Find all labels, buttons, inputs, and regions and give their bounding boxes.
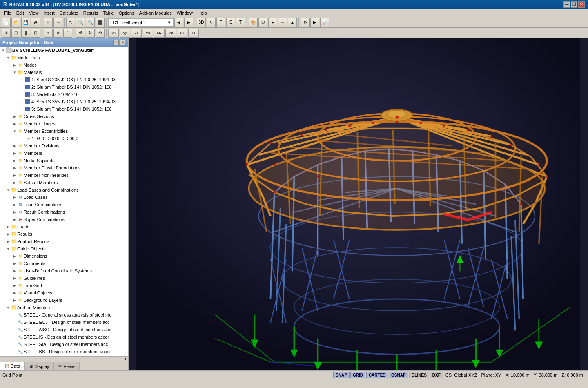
tree-item-cross-sections[interactable]: ▶ 📁 Cross-Sections <box>0 113 128 120</box>
tree-item-steel-ec3[interactable]: 🔧 STEEL EC3 - Design of steel members ac… <box>0 319 128 326</box>
close-button[interactable]: ✕ <box>578 1 585 8</box>
tb-calc[interactable]: ▶ <box>310 18 319 27</box>
expand-guidelines[interactable]: ▶ <box>12 276 17 281</box>
tree-item-super-combinations[interactable]: ▶ ▶ Super Combinations <box>0 216 128 223</box>
expand-results[interactable]: ▶ <box>6 232 11 236</box>
menu-view[interactable]: View <box>27 10 41 16</box>
tb-undo[interactable]: ↩ <box>44 18 53 27</box>
tb2-7[interactable]: ⊙ <box>63 29 72 38</box>
expand-super-combinations[interactable]: ▶ <box>12 217 17 222</box>
tab-display[interactable]: 🖥 Display <box>24 362 53 370</box>
tb2-1[interactable]: ⊕ <box>2 29 11 38</box>
tree-item-user-coord[interactable]: ▶ 📁 User-Defined Coordinate Systems <box>0 267 128 274</box>
tb-nodes-show[interactable]: ● <box>268 18 277 27</box>
tree-item-sets-of-members[interactable]: ▶ 📁 Sets of Members <box>0 179 128 186</box>
tb-new[interactable]: 📄 <box>2 18 11 27</box>
tree-item-steel-bs[interactable]: 🔧 STEEL BS - Design of steel members acc… <box>0 348 128 355</box>
tree-item-guide-objects[interactable]: ▼ 📁 Guide Objects <box>0 245 128 252</box>
tree-item-member-eccentricities[interactable]: ▼ 📁 Member Eccentricities <box>0 127 128 135</box>
tb2-rot2[interactable]: ↻ <box>86 29 95 38</box>
viewport-3d[interactable] <box>129 38 588 370</box>
tree-item-loads[interactable]: ▶ 📁 Loads <box>0 223 128 230</box>
tree-item-nodal-supports[interactable]: ▶ 📁 Nodal Supports <box>0 157 128 164</box>
expand-comments[interactable]: ▶ <box>12 261 17 266</box>
snap-btn-osnap[interactable]: OSNAP <box>389 372 408 378</box>
tb-next-lc[interactable]: ▶ <box>184 18 193 27</box>
tb2-3[interactable]: ∥ <box>21 29 30 38</box>
tb-prev-lc[interactable]: ◀ <box>174 18 183 27</box>
menu-edit[interactable]: Edit <box>14 10 27 16</box>
tb-wire[interactable]: ⬡ <box>258 18 267 27</box>
tree-item-model-data[interactable]: ▼ 📁 Model Data <box>0 54 128 61</box>
tree-item-mat2[interactable]: 2: Glulam Timber BS 14 | DIN 1052: 198 <box>0 83 128 91</box>
tb2-pr[interactable]: Pr <box>188 29 199 38</box>
expand-member-nonlinearities[interactable]: ▶ <box>12 173 17 178</box>
menu-options[interactable]: Options <box>116 10 137 16</box>
tb-zoom-in[interactable]: 🔍 <box>76 18 85 27</box>
tb-members-show[interactable]: ━ <box>278 18 287 27</box>
tree-item-mat1[interactable]: 1: Steel S 235 J2 G3 | EN 10025: 1994-03 <box>0 76 128 83</box>
tb-render[interactable]: 🎨 <box>249 18 258 27</box>
tb2-6[interactable]: ⊗ <box>53 29 62 38</box>
expand-nodes[interactable]: ▶ <box>12 62 17 67</box>
expand-members[interactable]: ▶ <box>12 151 17 156</box>
expand-member-elastic[interactable]: ▶ <box>12 165 17 170</box>
tree-item-steel-general[interactable]: 🔧 STEEL - General stress analysis of ste… <box>0 311 128 319</box>
tree-item-background-layers[interactable]: ▶ 📁 Background Layers <box>0 297 128 304</box>
tb-zoom-out[interactable]: 🔍 <box>86 18 95 27</box>
tree-item-materials[interactable]: ▼ 📁 Materials <box>0 69 128 76</box>
expand-load-cases[interactable]: ▼ <box>6 187 11 192</box>
load-case-dropdown[interactable]: LC1 - Self-weight ▼ <box>108 18 174 27</box>
tree-item-result-combinations[interactable]: ▶ ⊞ Result Combinations <box>0 208 128 216</box>
menu-insert[interactable]: Insert <box>41 10 57 16</box>
tb2-5[interactable]: ⌖ <box>44 29 53 38</box>
tab-data[interactable]: 📋 Data <box>0 362 24 370</box>
expand-addon-modules[interactable]: ▼ <box>6 305 11 310</box>
snap-btn-snap[interactable]: SNAP <box>333 372 350 378</box>
expand-lc-cases[interactable]: ▶ <box>12 195 17 200</box>
panel-close[interactable]: ✕ <box>120 40 125 45</box>
tree-item-ecc1[interactable]: ↗ 1: G; 0,-300,0; 0,-300,0 <box>0 135 128 142</box>
tb-top[interactable]: T <box>236 18 245 27</box>
snap-btn-grid[interactable]: GRID <box>350 372 365 378</box>
menu-addon[interactable]: Add-on Modules <box>137 10 174 16</box>
snap-btn-glines[interactable]: GLINES <box>409 372 429 378</box>
tree-item-members[interactable]: ▶ 📁 Members <box>0 149 128 157</box>
tb-open[interactable]: 📂 <box>11 18 20 27</box>
tb2-vx[interactable]: Vx <box>108 29 119 38</box>
tb-front[interactable]: F <box>216 18 225 27</box>
tree-item-dimensions[interactable]: ▶ 📁 Dimensions <box>0 252 128 260</box>
tree-item-comments[interactable]: ▶ 📁 Comments <box>0 260 128 267</box>
expand-loads[interactable]: ▶ <box>6 224 11 229</box>
expand-load-combinations[interactable]: ▶ <box>12 202 17 207</box>
tree-item-member-elastic[interactable]: ▶ 📁 Member Elastic Foundations <box>0 164 128 172</box>
expand-cross-sections[interactable]: ▶ <box>12 114 17 119</box>
expand-background-layers[interactable]: ▶ <box>12 298 17 303</box>
tb-side[interactable]: S <box>226 18 235 27</box>
expand-member-divisions[interactable]: ▶ <box>12 143 17 148</box>
menu-results[interactable]: Results <box>81 10 101 16</box>
expand-dimensions[interactable]: ▶ <box>12 254 17 259</box>
expand-member-hinges[interactable]: ▶ <box>12 121 17 126</box>
tb-supports-show[interactable]: ▲ <box>288 18 297 27</box>
tree-item-mat3[interactable]: 3: Nadelholz S10/MS10 <box>0 91 128 98</box>
tree-item-steel-is[interactable]: 🔧 STEEL IS - Design of steel members acc… <box>0 333 128 341</box>
tree-item-guidelines[interactable]: ▶ 📁 Guidelines <box>0 274 128 282</box>
tb-save[interactable]: 💾 <box>21 18 30 27</box>
menu-window[interactable]: Window <box>174 10 195 16</box>
tb-print[interactable]: 🖨 <box>31 18 40 27</box>
tb-redo[interactable]: ↪ <box>53 18 62 27</box>
expand-user-coord[interactable]: ▶ <box>12 268 17 273</box>
tb2-2[interactable]: ⊞ <box>11 29 20 38</box>
tb-3d[interactable]: 3D <box>197 18 206 27</box>
tb2-mz[interactable]: Mz <box>165 29 176 38</box>
snap-btn-cartes[interactable]: CARTES <box>366 372 388 378</box>
tree-item-addon-modules[interactable]: ▼ 📁 Add-on Modules <box>0 304 128 311</box>
expand-nodal-supports[interactable]: ▶ <box>12 158 17 163</box>
tb2-mx[interactable]: Mx <box>143 29 153 38</box>
menu-help[interactable]: Help <box>195 10 209 16</box>
tree-item-load-cases[interactable]: ▼ 📁 Load Cases and Combinations <box>0 186 128 194</box>
tb2-vz[interactable]: Vz <box>131 29 142 38</box>
tree-item-nodes[interactable]: ▶ 📁 Nodes <box>0 61 128 69</box>
menu-file[interactable]: File <box>2 10 14 16</box>
